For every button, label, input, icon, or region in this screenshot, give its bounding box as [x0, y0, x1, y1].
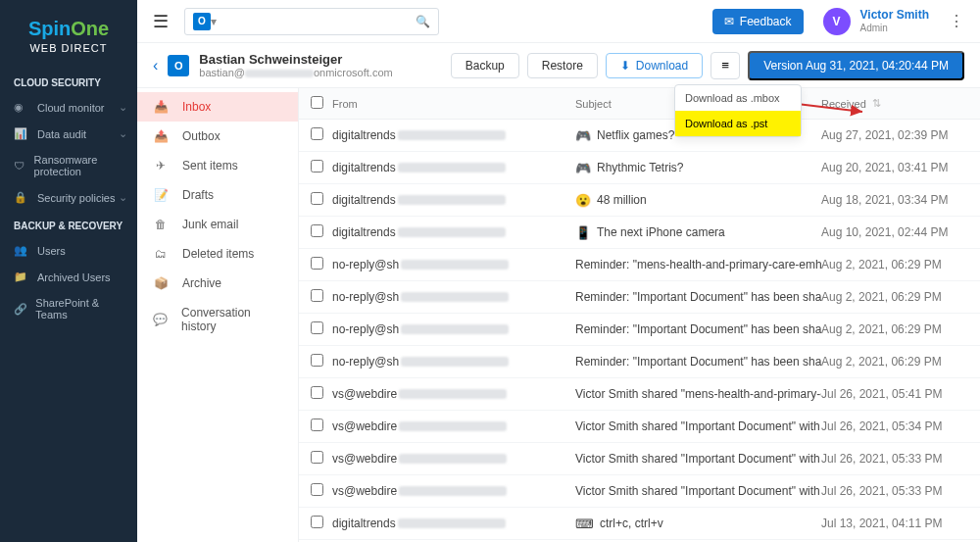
folder-label: Inbox [182, 100, 211, 114]
folder-drafts[interactable]: 📝Drafts [137, 180, 298, 210]
folder-label: Drafts [182, 188, 214, 202]
back-button[interactable]: ‹ [153, 57, 158, 74]
subject-icon: 🎮 [575, 128, 591, 143]
email-row[interactable]: digitaltrends 😮48 million Aug 18, 2021, … [299, 184, 980, 217]
row-checkbox[interactable] [311, 451, 323, 464]
sidebar-item-sharepoint-teams[interactable]: 🔗SharePoint & Teams [0, 290, 137, 327]
sidebar-item-data-audit[interactable]: 📊Data audit⌄ [0, 121, 137, 147]
more-icon[interactable]: ⋮ [949, 12, 964, 30]
version-button[interactable]: Version Aug 31, 2021, 04:20:44 PM [748, 51, 964, 80]
row-checkbox[interactable] [311, 224, 323, 237]
download-dropdown: Download as .mbox Download as .pst [674, 84, 802, 137]
row-checkbox[interactable] [311, 192, 323, 205]
row-checkbox[interactable] [311, 321, 323, 334]
email-from: digitaltrends [332, 193, 575, 207]
logo: SpinOne WEB DIRECT [0, 0, 137, 68]
row-checkbox[interactable] [311, 127, 323, 140]
restore-button[interactable]: Restore [527, 53, 598, 78]
hamburger-icon[interactable]: ☰ [153, 11, 169, 32]
search-input[interactable] [217, 15, 416, 28]
folder-label: Junk email [182, 218, 238, 231]
email-from: no-reply@sh [332, 355, 575, 369]
folder-icon: 📤 [153, 129, 169, 143]
row-checkbox[interactable] [311, 516, 323, 528]
nav-icon: 👥 [14, 244, 29, 257]
nav-section-backup-recovery: BACKUP & RECOVERY [0, 211, 137, 237]
email-from: vs@webdire [332, 419, 575, 433]
folder-junk-email[interactable]: 🗑Junk email [137, 210, 298, 239]
email-row[interactable]: no-reply@sh Reminder: "mens-health-and-p… [299, 249, 980, 281]
username: Victor Smith [860, 8, 929, 22]
account-name: Bastian Schweinsteiger [199, 52, 392, 67]
row-checkbox[interactable] [311, 289, 323, 302]
email-row[interactable]: digitaltrends 📱The next iPhone camera Au… [299, 217, 980, 249]
sidebar-item-label: Cloud monitor [37, 102, 104, 114]
email-row[interactable]: vs@webdire Victor Smith shared "mens-hea… [299, 378, 980, 411]
actionbar: ‹ O Bastian Schweinsteiger bastian@onmic… [137, 43, 980, 88]
folder-label: Deleted items [182, 247, 254, 261]
email-subject: Reminder: "Important Document" has been … [575, 322, 821, 336]
email-subject: Reminder: "Important Document" has been … [575, 290, 821, 304]
email-row[interactable]: vs@webdire Victor Smith shared "Importan… [299, 411, 980, 443]
search-icon[interactable]: 🔍 [416, 15, 430, 28]
email-row[interactable]: no-reply@sh Reminder: "Important Documen… [299, 281, 980, 314]
email-row[interactable]: digitaltrends 🎮Rhythmic Tetris? Aug 20, … [299, 152, 980, 184]
folder-conversation-history[interactable]: 💬Conversation history [137, 298, 298, 341]
subject-icon: 😮 [575, 193, 591, 208]
email-from: digitaltrends [332, 128, 575, 142]
download-pst[interactable]: Download as .pst [675, 111, 801, 136]
email-row[interactable]: vs@webdire Victor Smith shared "Importan… [299, 443, 980, 475]
email-subject: Victor Smith shared "Important Document"… [575, 452, 821, 466]
feedback-button[interactable]: ✉ Feedback [712, 9, 804, 34]
list-view-button[interactable]: ≡ [710, 52, 740, 79]
sidebar-item-ransomware-protection[interactable]: 🛡Ransomware protection [0, 147, 137, 184]
download-mbox[interactable]: Download as .mbox [675, 85, 801, 111]
sidebar-item-archived-users[interactable]: 📁Archived Users [0, 264, 137, 290]
row-checkbox[interactable] [311, 419, 323, 431]
search-outlook[interactable]: O ▾ 🔍 [184, 8, 439, 35]
email-subject: 😮48 million [575, 193, 821, 208]
folder-label: Archive [182, 276, 221, 290]
sidebar-item-users[interactable]: 👥Users [0, 237, 137, 264]
email-from: vs@webdire [332, 484, 575, 498]
folder-outbox[interactable]: 📤Outbox [137, 122, 298, 151]
sidebar-item-label: Archived Users [37, 271, 111, 283]
folder-icon: ✈ [153, 159, 169, 172]
folder-icon: 🗂 [153, 247, 169, 261]
folder-sent-items[interactable]: ✈Sent items [137, 151, 298, 180]
email-date: Jul 26, 2021, 05:34 PM [821, 419, 968, 433]
row-checkbox[interactable] [311, 354, 323, 367]
email-date: Jul 13, 2021, 04:11 PM [821, 517, 968, 530]
select-all-checkbox[interactable] [311, 96, 323, 109]
backup-button[interactable]: Backup [451, 53, 519, 78]
folder-icon: 💬 [153, 313, 168, 326]
row-checkbox[interactable] [311, 160, 323, 172]
email-row[interactable]: digitaltrends ⌨ctrl+c, ctrl+v Jul 13, 20… [299, 508, 980, 540]
user-menu[interactable]: V Victor Smith Admin [823, 8, 929, 35]
folder-deleted-items[interactable]: 🗂Deleted items [137, 239, 298, 269]
sidebar-item-security-policies[interactable]: 🔒Security policies⌄ [0, 184, 137, 211]
email-row[interactable]: digitaltrends 🎮Netflix games? Aug 27, 20… [299, 120, 980, 152]
email-row[interactable]: no-reply@sh Reminder: "Important Documen… [299, 314, 980, 346]
email-date: Aug 20, 2021, 03:41 PM [821, 161, 968, 174]
header-from[interactable]: From [332, 98, 575, 110]
download-button[interactable]: ⬇Download [606, 53, 703, 78]
email-date: Jul 26, 2021, 05:33 PM [821, 452, 968, 466]
folder-inbox[interactable]: 📥Inbox [137, 92, 298, 122]
email-subject: Victor Smith shared "Important Document"… [575, 484, 821, 498]
folder-archive[interactable]: 📦Archive [137, 269, 298, 298]
row-checkbox[interactable] [311, 386, 323, 399]
email-from: no-reply@sh [332, 258, 575, 271]
email-subject: 🎮Rhythmic Tetris? [575, 161, 821, 175]
sidebar-item-cloud-monitor[interactable]: ◉Cloud monitor⌄ [0, 94, 137, 121]
email-from: digitaltrends [332, 225, 575, 239]
outlook-icon: O [193, 13, 211, 30]
email-row[interactable]: no-reply@sh Reminder: "Important Documen… [299, 346, 980, 378]
email-subject: Victor Smith shared "mens-health-and-pri… [575, 387, 821, 401]
subject-icon: 🎮 [575, 161, 591, 175]
row-checkbox[interactable] [311, 257, 323, 270]
email-row[interactable]: vs@webdire Victor Smith shared "Importan… [299, 475, 980, 508]
header-received[interactable]: Received ⇅ [821, 97, 968, 110]
email-date: Aug 27, 2021, 02:39 PM [821, 128, 968, 142]
row-checkbox[interactable] [311, 483, 323, 496]
